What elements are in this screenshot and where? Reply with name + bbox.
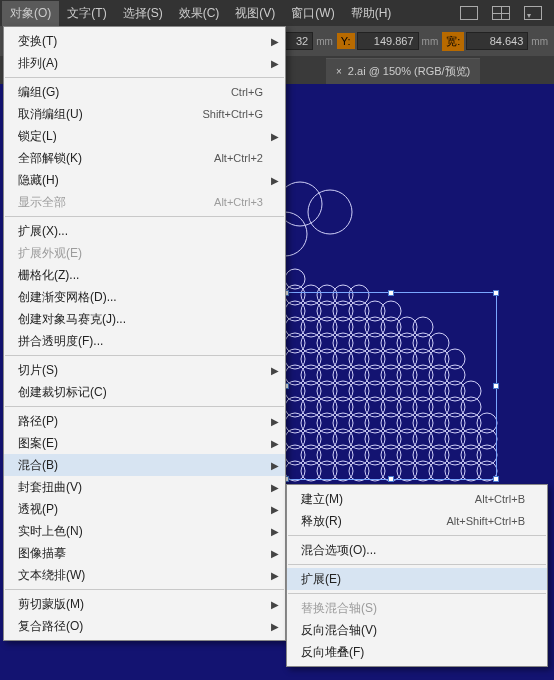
- menu-item[interactable]: 排列(A)▶: [4, 52, 285, 74]
- svg-point-95: [301, 429, 321, 449]
- menu-item[interactable]: 创建对象马赛克(J)...: [4, 308, 285, 330]
- submenu-arrow-icon: ▶: [271, 482, 279, 493]
- menu-select[interactable]: 选择(S): [115, 1, 171, 26]
- svg-point-51: [365, 365, 385, 385]
- w-input[interactable]: 84.643: [466, 32, 528, 50]
- w-label: 宽:: [442, 32, 464, 51]
- svg-point-126: [381, 461, 401, 481]
- menu-type[interactable]: 文字(T): [59, 1, 114, 26]
- menubar: 对象(O) 文字(T) 选择(S) 效果(C) 视图(V) 窗口(W) 帮助(H…: [0, 0, 554, 26]
- menu-item[interactable]: 取消编组(U)Shift+Ctrl+G: [4, 103, 285, 125]
- submenu-arrow-icon: ▶: [271, 175, 279, 186]
- document-tab[interactable]: × 2.ai @ 150% (RGB/预览): [326, 58, 480, 84]
- svg-point-80: [461, 397, 481, 417]
- svg-point-68: [461, 381, 481, 401]
- svg-point-43: [413, 349, 433, 369]
- menu-item[interactable]: 释放(R)Alt+Shift+Ctrl+B: [287, 510, 547, 532]
- menu-item-label: 扩展(E): [301, 571, 525, 588]
- svg-point-97: [333, 429, 353, 449]
- svg-point-84: [333, 413, 353, 433]
- svg-point-75: [381, 397, 401, 417]
- menu-item[interactable]: 切片(S)▶: [4, 359, 285, 381]
- svg-point-28: [333, 333, 353, 353]
- svg-point-76: [397, 397, 417, 417]
- arrange-icon[interactable]: [492, 6, 510, 20]
- svg-point-53: [397, 365, 417, 385]
- menu-item[interactable]: 复合路径(O)▶: [4, 615, 285, 637]
- menu-item-label: 反向堆叠(F): [301, 644, 525, 661]
- svg-point-26: [301, 333, 321, 353]
- svg-point-78: [429, 397, 449, 417]
- svg-point-122: [317, 461, 337, 481]
- svg-point-11: [317, 301, 337, 321]
- svg-point-99: [365, 429, 385, 449]
- svg-point-115: [413, 445, 433, 465]
- menu-item[interactable]: 文本绕排(W)▶: [4, 564, 285, 586]
- menu-item[interactable]: 图像描摹▶: [4, 542, 285, 564]
- menu-item[interactable]: 创建裁切标记(C): [4, 381, 285, 403]
- menu-item-label: 文本绕排(W): [18, 567, 263, 584]
- menu-item[interactable]: 创建渐变网格(D)...: [4, 286, 285, 308]
- svg-point-25: [285, 333, 305, 353]
- menu-item[interactable]: 锁定(L)▶: [4, 125, 285, 147]
- menu-item[interactable]: 编组(G)Ctrl+G: [4, 81, 285, 103]
- menu-window[interactable]: 窗口(W): [283, 1, 342, 26]
- svg-point-13: [349, 301, 369, 321]
- svg-point-66: [429, 381, 449, 401]
- menu-item[interactable]: 建立(M)Alt+Ctrl+B: [287, 488, 547, 510]
- menu-item-label: 显示全部: [18, 194, 194, 211]
- svg-point-20: [349, 317, 369, 337]
- svg-point-32: [397, 333, 417, 353]
- menu-item[interactable]: 扩展(E): [287, 568, 547, 590]
- menu-item[interactable]: 全部解锁(K)Alt+Ctrl+2: [4, 147, 285, 169]
- svg-point-83: [317, 413, 337, 433]
- w-field[interactable]: 宽: 84.643 mm: [442, 32, 548, 51]
- menu-item-label: 封套扭曲(V): [18, 479, 263, 496]
- menu-shortcut: Alt+Ctrl+2: [214, 152, 263, 164]
- menu-item[interactable]: 透视(P)▶: [4, 498, 285, 520]
- menu-item[interactable]: 剪切蒙版(M)▶: [4, 593, 285, 615]
- menu-item[interactable]: 栅格化(Z)...: [4, 264, 285, 286]
- menu-item-label: 建立(M): [301, 491, 455, 508]
- svg-point-55: [429, 365, 449, 385]
- svg-point-81: [285, 413, 305, 433]
- menu-object[interactable]: 对象(O): [2, 1, 59, 26]
- menu-shortcut: Shift+Ctrl+G: [202, 108, 263, 120]
- svg-point-30: [365, 333, 385, 353]
- menu-item-label: 编组(G): [18, 84, 211, 101]
- menu-item[interactable]: 路径(P)▶: [4, 410, 285, 432]
- menu-item[interactable]: 变换(T)▶: [4, 30, 285, 52]
- object-menu: 变换(T)▶排列(A)▶编组(G)Ctrl+G取消编组(U)Shift+Ctrl…: [3, 26, 286, 641]
- menu-item[interactable]: 扩展(X)...: [4, 220, 285, 242]
- svg-point-44: [429, 349, 449, 369]
- svg-point-8: [349, 285, 369, 305]
- menu-item-label: 混合(B): [18, 457, 263, 474]
- svg-point-42: [397, 349, 417, 369]
- menu-effect[interactable]: 效果(C): [171, 1, 228, 26]
- svg-point-34: [429, 333, 449, 353]
- menu-item[interactable]: 混合(B)▶: [4, 454, 285, 476]
- doc-icon[interactable]: [460, 6, 478, 20]
- y-field[interactable]: Y: 149.867 mm: [337, 32, 438, 50]
- menu-item[interactable]: 封套扭曲(V)▶: [4, 476, 285, 498]
- workspace-dropdown-icon[interactable]: [524, 6, 542, 20]
- menu-item[interactable]: 图案(E)▶: [4, 432, 285, 454]
- menu-item[interactable]: 反向混合轴(V): [287, 619, 547, 641]
- close-icon[interactable]: ×: [336, 66, 342, 77]
- menu-item[interactable]: 反向堆叠(F): [287, 641, 547, 663]
- svg-point-107: [285, 445, 305, 465]
- y-input[interactable]: 149.867: [357, 32, 419, 50]
- menu-help[interactable]: 帮助(H): [343, 1, 400, 26]
- menu-item-label: 扩展(X)...: [18, 223, 263, 240]
- menu-item[interactable]: 混合选项(O)...: [287, 539, 547, 561]
- menu-item[interactable]: 隐藏(H)▶: [4, 169, 285, 191]
- menu-view[interactable]: 视图(V): [227, 1, 283, 26]
- menu-item[interactable]: 拼合透明度(F)...: [4, 330, 285, 352]
- menu-item-label: 透视(P): [18, 501, 263, 518]
- svg-point-14: [365, 301, 385, 321]
- svg-point-39: [349, 349, 369, 369]
- submenu-arrow-icon: ▶: [271, 58, 279, 69]
- menu-item[interactable]: 实时上色(N)▶: [4, 520, 285, 542]
- submenu-arrow-icon: ▶: [271, 131, 279, 142]
- svg-point-24: [413, 317, 433, 337]
